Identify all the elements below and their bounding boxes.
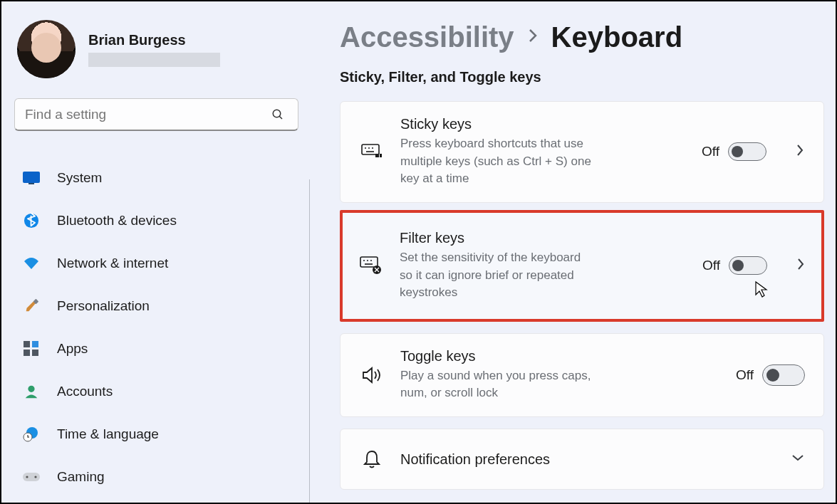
- svg-rect-22: [380, 154, 382, 157]
- svg-rect-21: [375, 154, 379, 157]
- svg-rect-7: [32, 341, 38, 347]
- card-description: Play a sound when you press caps, num, o…: [400, 367, 614, 402]
- person-icon: [21, 383, 41, 400]
- svg-rect-3: [28, 183, 34, 184]
- card-title: Sticky keys: [400, 116, 686, 132]
- card-filter-keys[interactable]: Filter keys Set the sensitivity of the k…: [340, 210, 824, 322]
- speaker-icon: [359, 366, 385, 384]
- apps-icon: [21, 340, 41, 357]
- nav-item-time-language[interactable]: Time & language: [14, 413, 298, 456]
- svg-point-14: [26, 476, 28, 478]
- nav-item-network[interactable]: Network & internet: [14, 242, 298, 285]
- keyboard-filter-icon: [358, 256, 384, 275]
- toggle-switch[interactable]: [729, 256, 767, 275]
- nav-item-accounts[interactable]: Accounts: [14, 370, 298, 413]
- chevron-down-icon[interactable]: [791, 453, 805, 466]
- svg-rect-8: [24, 350, 30, 356]
- avatar: [17, 20, 76, 78]
- nav-item-bluetooth[interactable]: Bluetooth & devices: [14, 199, 298, 242]
- search-icon: [268, 106, 288, 123]
- svg-point-10: [28, 386, 34, 392]
- nav-label: Gaming: [57, 469, 105, 485]
- chevron-right-icon[interactable]: [795, 143, 805, 160]
- profile-email-placeholder: [88, 53, 220, 67]
- nav-label: Time & language: [57, 426, 159, 442]
- nav-label: System: [57, 170, 102, 186]
- toggle-switch[interactable]: [762, 364, 805, 386]
- nav-item-apps[interactable]: Apps: [14, 327, 298, 370]
- nav-label: Accounts: [57, 384, 113, 399]
- svg-rect-16: [362, 145, 379, 154]
- gamepad-icon: [21, 468, 41, 485]
- card-notification-prefs[interactable]: Notification preferences: [340, 429, 824, 490]
- nav-label: Personalization: [57, 298, 150, 314]
- svg-line-1: [279, 116, 282, 119]
- nav-label: Bluetooth & devices: [57, 213, 177, 229]
- nav-label: Network & internet: [57, 256, 168, 271]
- breadcrumb-parent[interactable]: Accessibility: [340, 21, 514, 53]
- card-title: Filter keys: [400, 230, 687, 246]
- mouse-cursor-icon: [754, 280, 769, 302]
- breadcrumb: Accessibility Keyboard: [340, 21, 824, 53]
- svg-rect-9: [32, 350, 38, 356]
- sidebar: Brian Burgess System Bluetooth & devices: [1, 1, 311, 503]
- svg-point-0: [273, 110, 281, 117]
- bluetooth-icon: [21, 212, 41, 229]
- keyboard-icon: [359, 144, 385, 159]
- monitor-icon: [21, 169, 41, 187]
- section-title: Sticky, Filter, and Toggle keys: [340, 69, 824, 85]
- card-title: Notification preferences: [400, 451, 775, 468]
- nav-list: System Bluetooth & devices Network & int…: [14, 157, 298, 498]
- card-description: Set the sensitivity of the keyboard so i…: [400, 249, 592, 302]
- wifi-icon: [21, 255, 41, 272]
- card-toggle-keys[interactable]: Toggle keys Play a sound when you press …: [340, 333, 824, 417]
- nav-label: Apps: [57, 341, 88, 357]
- main-content: Accessibility Keyboard Sticky, Filter, a…: [340, 21, 824, 490]
- svg-rect-6: [24, 341, 30, 347]
- search-input[interactable]: [25, 107, 261, 122]
- breadcrumb-current: Keyboard: [551, 21, 683, 53]
- svg-rect-23: [360, 257, 378, 267]
- profile-name: Brian Burgess: [88, 32, 220, 48]
- search-box[interactable]: [14, 98, 298, 131]
- nav-item-personalization[interactable]: Personalization: [14, 285, 298, 327]
- card-description: Press keyboard shortcuts that use multip…: [400, 135, 593, 188]
- chevron-right-icon: [527, 26, 539, 48]
- card-title: Toggle keys: [400, 348, 720, 364]
- nav-item-system[interactable]: System: [14, 157, 298, 199]
- toggle-state-label: Off: [702, 144, 719, 159]
- globe-clock-icon: [21, 426, 41, 443]
- svg-rect-13: [23, 473, 40, 481]
- toggle-state-label: Off: [736, 367, 754, 383]
- svg-rect-2: [23, 172, 40, 183]
- paintbrush-icon: [21, 298, 41, 315]
- sidebar-separator: [309, 179, 310, 504]
- svg-point-15: [34, 476, 36, 478]
- profile-block[interactable]: Brian Burgess: [14, 16, 298, 85]
- bell-icon: [359, 449, 385, 469]
- chevron-right-icon[interactable]: [796, 257, 806, 274]
- card-sticky-keys[interactable]: Sticky keys Press keyboard shortcuts tha…: [340, 101, 824, 203]
- toggle-switch[interactable]: [728, 142, 766, 161]
- toggle-state-label: Off: [702, 258, 720, 273]
- nav-item-gaming[interactable]: Gaming: [14, 456, 298, 498]
